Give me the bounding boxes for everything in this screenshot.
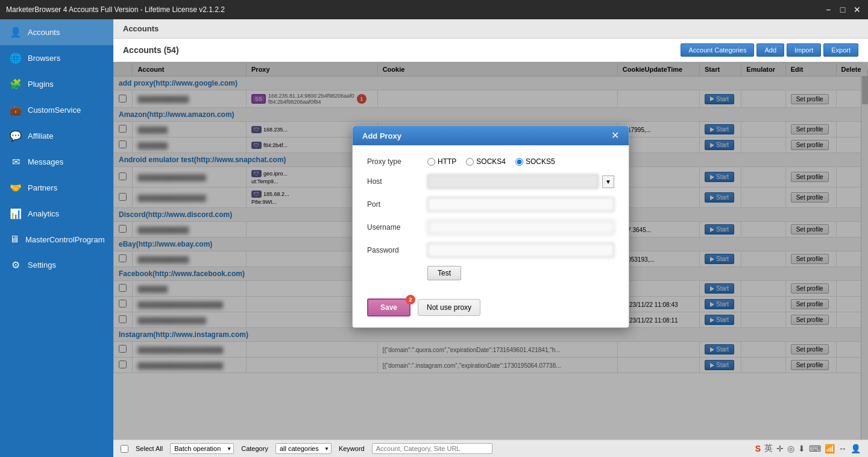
accounts-icon: 👤	[10, 27, 22, 38]
proxy-type-group: HTTP SOCKS4 SOCKS5	[427, 157, 555, 166]
icon-dot-circle: ◎	[787, 444, 794, 453]
icon-download: ⬇	[798, 444, 805, 453]
keyword-input[interactable]	[372, 443, 492, 454]
app-title: MarketerBrowser 4 Accounts Full Version …	[6, 5, 225, 14]
proxy-type-label: Proxy type	[367, 157, 421, 166]
icon-arrow: ↔	[838, 444, 847, 453]
port-label: Port	[367, 200, 421, 209]
maximize-button[interactable]: □	[838, 5, 848, 14]
sidebar-item-label: Accounts	[28, 28, 60, 37]
host-input[interactable]	[427, 174, 599, 189]
sidebar-item-messages[interactable]: ✉ Messages	[0, 149, 113, 175]
icon-chart: 📶	[825, 444, 835, 453]
port-input[interactable]	[427, 197, 614, 212]
modal-footer: Save 2 Not use proxy	[353, 292, 629, 327]
category-select[interactable]: all categories	[275, 443, 332, 454]
partners-icon: 🤝	[10, 182, 22, 194]
sidebar-item-browsers[interactable]: 🌐 Browsers	[0, 45, 113, 71]
accounts-toolbar: Accounts (54) Account Categories Add Imp…	[113, 39, 868, 62]
plugins-icon: 🧩	[10, 78, 22, 90]
sidebar-item-label: MasterControlProgram	[25, 235, 105, 244]
sidebar-item-label: CustomService	[28, 106, 81, 115]
minimize-button[interactable]: −	[823, 5, 833, 14]
bottom-bar: Select All Batch operation Category all …	[113, 440, 868, 457]
category-wrapper: all categories	[275, 443, 332, 454]
sidebar-item-accounts[interactable]: 👤 Accounts	[0, 19, 113, 45]
modal-overlay: Add Proxy ✕ Proxy type HTTP	[113, 62, 868, 440]
select-all-checkbox[interactable]	[121, 445, 128, 453]
modal-body: Proxy type HTTP SOCKS4 SOCKS5	[353, 145, 629, 292]
messages-icon: ✉	[10, 156, 22, 168]
sidebar-item-settings[interactable]: ⚙ Settings	[0, 252, 113, 278]
window-controls: − □ ✕	[823, 5, 862, 14]
test-button-row: Test	[367, 266, 614, 280]
sidebar-item-mastercontrol[interactable]: 🖥 MasterControlProgram	[0, 227, 113, 252]
sidebar-item-affiliate[interactable]: 💬 Affiliate	[0, 123, 113, 149]
sidebar-item-customservice[interactable]: 💼 CustomService	[0, 97, 113, 123]
modal-header: Add Proxy ✕	[353, 126, 629, 145]
accounts-table-container: Account Proxy Cookie CookieUpdateTime St…	[113, 62, 868, 440]
sidebar-item-label: Settings	[28, 260, 56, 269]
sidebar-item-label: Browsers	[28, 54, 60, 63]
host-dropdown-button[interactable]: ▼	[602, 175, 614, 188]
proxy-type-row: Proxy type HTTP SOCKS4 SOCKS5	[367, 157, 614, 166]
export-button[interactable]: Export	[823, 43, 858, 57]
icon-chinese: 英	[764, 443, 773, 454]
customservice-icon: 💼	[10, 104, 22, 116]
page-title: Accounts (54)	[123, 45, 179, 55]
sidebar-item-label: Affiliate	[28, 131, 53, 140]
batch-operation-wrapper: Batch operation	[170, 443, 234, 454]
proxy-type-socks4[interactable]: SOCKS4	[466, 157, 506, 166]
icon-s: S	[755, 444, 761, 453]
username-input[interactable]	[427, 220, 614, 235]
no-proxy-button[interactable]: Not use proxy	[418, 299, 480, 316]
host-label: Host	[367, 177, 421, 186]
password-row: Password	[367, 243, 614, 257]
mastercontrol-icon: 🖥	[10, 234, 19, 245]
keyword-label: Keyword	[339, 445, 365, 452]
add-proxy-modal: Add Proxy ✕ Proxy type HTTP	[352, 125, 629, 328]
save-button[interactable]: Save	[367, 298, 410, 317]
sidebar-item-label: Messages	[28, 157, 63, 166]
http-radio[interactable]	[427, 158, 435, 166]
category-label: Category	[241, 445, 268, 452]
affiliate-icon: 💬	[10, 130, 22, 142]
icon-keyboard: ⌨	[809, 444, 821, 453]
import-button[interactable]: Import	[787, 43, 821, 57]
icon-plus: ✛	[776, 444, 784, 453]
host-row: Host ▼	[367, 174, 614, 189]
proxy-type-socks5[interactable]: SOCKS5	[515, 157, 555, 166]
port-row: Port	[367, 197, 614, 212]
socks5-radio[interactable]	[515, 158, 523, 166]
batch-operation-select[interactable]: Batch operation	[170, 443, 234, 454]
app-layout: 👤 Accounts 🌐 Browsers 🧩 Plugins 💼 Custom…	[0, 19, 868, 457]
sidebar-item-partners[interactable]: 🤝 Partners	[0, 175, 113, 201]
bottom-icons: S 英 ✛ ◎ ⬇ ⌨ 📶 ↔ 👤	[755, 443, 861, 454]
proxy-type-http[interactable]: HTTP	[427, 157, 456, 166]
browsers-icon: 🌐	[10, 52, 22, 64]
main-content: Accounts Accounts (54) Account Categorie…	[113, 19, 868, 457]
password-label: Password	[367, 246, 421, 254]
sidebar-item-label: Plugins	[28, 80, 54, 89]
sidebar-item-plugins[interactable]: 🧩 Plugins	[0, 71, 113, 97]
host-input-group: ▼	[427, 174, 614, 189]
account-categories-button[interactable]: Account Categories	[681, 43, 754, 57]
breadcrumb: Accounts	[113, 19, 868, 39]
sidebar-item-label: Analytics	[28, 209, 59, 218]
sidebar-item-analytics[interactable]: 📊 Analytics	[0, 201, 113, 227]
close-button[interactable]: ✕	[852, 5, 862, 14]
title-bar: MarketerBrowser 4 Accounts Full Version …	[0, 0, 868, 19]
sidebar: 👤 Accounts 🌐 Browsers 🧩 Plugins 💼 Custom…	[0, 19, 113, 457]
username-label: Username	[367, 223, 421, 232]
analytics-icon: 📊	[10, 208, 22, 219]
test-button[interactable]: Test	[427, 266, 461, 280]
password-input[interactable]	[427, 243, 614, 257]
select-all-label: Select All	[136, 445, 163, 452]
modal-close-button[interactable]: ✕	[611, 131, 619, 140]
save-button-wrapper: Save 2	[367, 298, 410, 317]
add-button[interactable]: Add	[756, 43, 784, 57]
settings-icon: ⚙	[10, 259, 22, 271]
socks4-radio[interactable]	[466, 158, 474, 166]
modal-title: Add Proxy	[362, 131, 401, 140]
username-row: Username	[367, 220, 614, 235]
